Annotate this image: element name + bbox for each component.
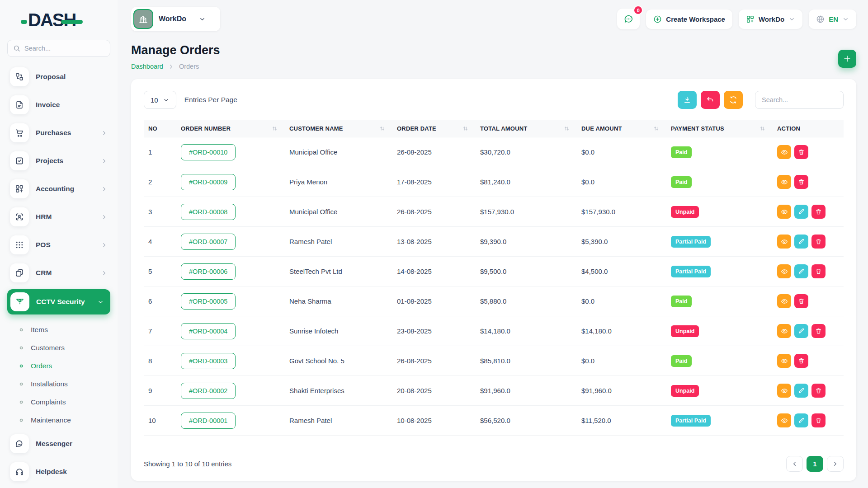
sort-icon[interactable]	[760, 126, 765, 131]
delete-order-button[interactable]	[794, 175, 808, 189]
messages-button[interactable]: 0	[617, 9, 640, 29]
sidebar-item-cctv-security[interactable]: CCTV Security	[7, 289, 110, 314]
delete-order-button[interactable]	[794, 145, 808, 159]
order-number-link[interactable]: #ORD-00007	[181, 234, 236, 250]
view-order-button[interactable]	[777, 294, 791, 308]
export-button[interactable]	[678, 91, 697, 109]
view-order-button[interactable]	[777, 145, 791, 159]
column-header-due-amount[interactable]: DUE AMOUNT	[577, 120, 666, 137]
workdo-menu-button[interactable]: WorkDo	[739, 9, 802, 29]
view-order-button[interactable]	[777, 354, 791, 368]
total-amount-cell: $91,960.0	[476, 376, 577, 406]
entries-per-page-select[interactable]: 10	[144, 91, 176, 109]
edit-order-button[interactable]	[794, 384, 808, 398]
sidebar-subitem-maintenance[interactable]: Maintenance	[7, 411, 110, 429]
sidebar-item-crm[interactable]: CRM	[7, 261, 110, 285]
table-search-input[interactable]	[755, 91, 844, 109]
sort-icon[interactable]	[653, 126, 659, 131]
prev-page-button[interactable]	[786, 456, 803, 472]
bullet-icon	[19, 364, 24, 368]
order-number-cell: #ORD-00002	[176, 376, 285, 406]
order-number-link[interactable]: #ORD-00005	[181, 293, 236, 310]
due-amount-cell: $14,180.0	[577, 316, 666, 346]
view-order-button[interactable]	[777, 205, 791, 219]
refresh-button[interactable]	[724, 91, 743, 109]
order-number-link[interactable]: #ORD-00009	[181, 174, 236, 190]
add-order-button[interactable]	[838, 50, 856, 68]
edit-order-button[interactable]	[794, 264, 808, 278]
column-header-customer-name[interactable]: CUSTOMER NAME	[285, 120, 392, 137]
delete-order-button[interactable]	[811, 384, 826, 398]
column-header-total-amount[interactable]: TOTAL AMOUNT	[476, 120, 577, 137]
view-order-button[interactable]	[777, 413, 791, 427]
chevron-down-icon	[97, 299, 104, 305]
sidebar-subitem-items[interactable]: Items	[7, 321, 110, 339]
sidebar-search-input[interactable]	[24, 45, 104, 52]
order-number-link[interactable]: #ORD-00003	[181, 353, 236, 369]
column-header-order-number[interactable]: ORDER NUMBER	[176, 120, 285, 137]
edit-order-button[interactable]	[794, 235, 808, 249]
create-workspace-button[interactable]: Create Workspace	[646, 9, 732, 29]
sidebar-subitem-installations[interactable]: Installations	[7, 375, 110, 393]
order-number-cell: #ORD-00004	[176, 316, 285, 346]
sort-icon[interactable]	[564, 126, 570, 131]
pos-icon	[10, 235, 29, 254]
sidebar-item-proposal[interactable]: Proposal	[7, 65, 110, 89]
page-1-button[interactable]: 1	[807, 456, 823, 472]
sidebar-item-invoice[interactable]: Invoice	[7, 93, 110, 117]
order-number-link[interactable]: #ORD-00004	[181, 323, 236, 339]
next-page-button[interactable]	[827, 456, 844, 472]
sidebar-subitem-customers[interactable]: Customers	[7, 339, 110, 357]
delete-order-button[interactable]	[794, 294, 808, 308]
undo-button[interactable]	[701, 91, 720, 109]
sidebar-item-accounting[interactable]: Accounting	[7, 177, 110, 201]
order-date-cell: 20-08-2025	[392, 376, 476, 406]
workspace-switcher[interactable]: WorkDo	[131, 7, 220, 31]
order-number-link[interactable]: #ORD-00010	[181, 144, 236, 160]
sidebar-item-pos[interactable]: POS	[7, 233, 110, 257]
view-order-button[interactable]	[777, 175, 791, 189]
sidebar-subitem-orders[interactable]: Orders	[7, 357, 110, 375]
order-number-link[interactable]: #ORD-00008	[181, 204, 236, 220]
edit-order-button[interactable]	[794, 205, 808, 219]
sidebar-item-purchases[interactable]: Purchases	[7, 121, 110, 145]
sidebar-item-projects[interactable]: Projects	[7, 149, 110, 173]
order-date-cell: 26-08-2025	[392, 197, 476, 227]
sidebar-item-messenger[interactable]: Messenger	[7, 432, 110, 455]
sidebar-item-label: CCTV Security	[36, 298, 90, 306]
edit-order-button[interactable]	[794, 413, 808, 427]
sidebar-search[interactable]	[7, 40, 110, 57]
delete-order-button[interactable]	[811, 264, 826, 278]
due-amount-cell: $0.0	[577, 167, 666, 197]
column-header-order-date[interactable]: ORDER DATE	[392, 120, 476, 137]
edit-order-button[interactable]	[794, 324, 808, 338]
view-order-button[interactable]	[777, 384, 791, 398]
order-number-link[interactable]: #ORD-00006	[181, 263, 236, 280]
sidebar-item-label: HRM	[36, 213, 94, 221]
delete-order-button[interactable]	[811, 235, 826, 249]
chevron-right-icon	[168, 63, 175, 70]
delete-order-button[interactable]	[811, 324, 826, 338]
language-selector[interactable]: EN	[809, 9, 856, 29]
breadcrumb-dashboard-link[interactable]: Dashboard	[131, 63, 163, 70]
delete-order-button[interactable]	[794, 354, 808, 368]
sidebar-item-helpdesk[interactable]: Helpdesk	[7, 460, 110, 483]
app-logo: DASH	[7, 0, 110, 40]
sidebar-subitem-label: Orders	[31, 362, 52, 370]
order-number-link[interactable]: #ORD-00001	[181, 413, 236, 429]
sidebar-item-hrm[interactable]: HRM	[7, 205, 110, 229]
order-number-link[interactable]: #ORD-00002	[181, 383, 236, 399]
sort-icon[interactable]	[272, 126, 278, 131]
sidebar-subitem-complaints[interactable]: Complaints	[7, 393, 110, 411]
column-header-payment-status[interactable]: PAYMENT STATUS	[666, 120, 773, 137]
payment-status-cell: Unpaid	[666, 316, 773, 346]
sort-icon[interactable]	[462, 126, 468, 131]
view-order-button[interactable]	[777, 324, 791, 338]
delete-order-button[interactable]	[811, 205, 826, 219]
delete-order-button[interactable]	[811, 413, 826, 427]
view-order-button[interactable]	[777, 235, 791, 249]
sort-icon[interactable]	[379, 126, 385, 131]
total-amount-cell: $30,720.0	[476, 137, 577, 167]
customer-name-cell: Shakti Enterprises	[285, 376, 392, 406]
view-order-button[interactable]	[777, 264, 791, 278]
